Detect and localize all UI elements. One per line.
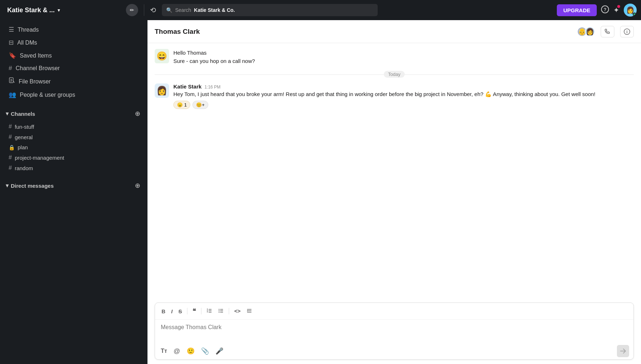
add-dm-button[interactable]: ⊕ — [133, 181, 142, 190]
sidebar-item-label: All DMs — [17, 40, 37, 46]
katie-avatar: 👩 — [155, 83, 169, 98]
message-avatar: 😄 — [155, 49, 169, 63]
channel-name: random — [15, 165, 33, 171]
message-item-katie: 👩 Katie Stark 1:16 PM Hey Tom, I just he… — [155, 83, 634, 109]
channels-chevron-icon: ▾ — [6, 110, 9, 117]
reaction-angry[interactable]: 😠 1 — [173, 101, 190, 109]
message-input[interactable] — [155, 320, 633, 341]
ordered-list-button[interactable]: 123 — [204, 306, 214, 316]
search-icon: 🔍 — [166, 7, 172, 13]
sidebar-item-people[interactable]: 👥 People & user groups — [3, 88, 145, 101]
messages-list: 😄 Hello Thomas Sure - can you hop on a c… — [147, 43, 641, 298]
people-icon: 👥 — [9, 91, 16, 99]
search-prefix: Search — [175, 7, 191, 13]
sidebar-nav: ☰ Threads ⊟ All DMs 🔖 Saved Items # Chan… — [0, 20, 147, 104]
search-company: Katie Stark & Co. — [194, 7, 235, 13]
channel-lock-icon: 🔒 — [9, 145, 15, 150]
dm-chevron-icon: ▾ — [6, 182, 9, 189]
workspace-name: Katie Stark & ... — [7, 6, 55, 14]
message-text-2: Sure - can you hop on a call now? — [173, 57, 634, 65]
dm-section: ▾ Direct messages ⊕ — [0, 176, 147, 196]
channel-hash-icon: # — [9, 123, 12, 130]
quote-button[interactable]: ❝ — [190, 306, 198, 317]
channel-item-general[interactable]: # general — [6, 132, 142, 142]
channel-name: general — [15, 134, 33, 140]
info-button[interactable] — [620, 26, 634, 37]
add-channel-button[interactable]: ⊕ — [133, 109, 142, 118]
reactions: 😠 1 😊+ — [173, 101, 634, 109]
sidebar-item-alldms[interactable]: ⊟ All DMs — [3, 36, 145, 49]
svg-text:3: 3 — [207, 311, 208, 313]
katie-message-content: Katie Stark 1:16 PM Hey Tom, I just hear… — [173, 83, 634, 109]
chat-header-right: 👴 👩 — [577, 26, 634, 37]
history-icon[interactable]: ⟲ — [147, 3, 159, 17]
message-time: 1:16 PM — [204, 85, 221, 90]
message-text-1: Hello Thomas — [173, 49, 634, 57]
svg-rect-2 — [9, 78, 13, 83]
member-avatar-2[interactable]: 👩 — [585, 27, 595, 37]
sidebar-item-channel-browser[interactable]: # Channel Browser — [3, 62, 145, 74]
italic-button[interactable]: I — [169, 307, 175, 316]
channels-header-left: ▾ Channels — [6, 110, 35, 117]
edit-workspace-button[interactable]: ✏ — [126, 4, 138, 16]
svg-point-19 — [219, 310, 219, 311]
channel-item-plan[interactable]: 🔒 plan — [6, 142, 142, 152]
channel-name: project-management — [15, 155, 64, 161]
emoji-button[interactable]: 🙂 — [185, 346, 196, 356]
date-divider: Today — [155, 71, 634, 78]
sidebar-item-label: People & user groups — [20, 92, 75, 98]
channel-item-fun-stuff[interactable]: # fun-stuff — [6, 122, 142, 132]
sidebar-item-file-browser[interactable]: File Browser — [3, 75, 145, 88]
strikethrough-button[interactable]: S — [176, 307, 184, 316]
message-text: Hey Tom, I just heard that you broke you… — [173, 90, 634, 99]
message-content: Hello Thomas Sure - can you hop on a cal… — [173, 49, 634, 65]
sidebar-item-label: Threads — [18, 27, 39, 33]
svg-point-8 — [627, 30, 627, 31]
mention-button[interactable]: @ — [172, 346, 182, 356]
dm-header-left: ▾ Direct messages — [6, 182, 54, 189]
svg-point-20 — [219, 311, 219, 312]
sidebar-item-threads[interactable]: ☰ Threads — [3, 23, 145, 36]
channels-section-label: Channels — [11, 111, 35, 117]
channel-hash-icon: # — [9, 165, 12, 171]
attachment-button[interactable]: 📎 — [200, 346, 210, 356]
upgrade-button[interactable]: UPGRADE — [557, 4, 597, 16]
dm-section-header[interactable]: ▾ Direct messages ⊕ — [6, 179, 142, 192]
workspace-chevron-icon: ▾ — [58, 7, 60, 13]
member-avatars[interactable]: 👴 👩 — [577, 27, 595, 37]
chat-title: Thomas Clark — [155, 28, 200, 36]
bold-button[interactable]: B — [159, 307, 168, 316]
add-reaction-button[interactable]: 😊+ — [192, 101, 208, 109]
unordered-list-button[interactable] — [216, 306, 226, 316]
chat-area: Thomas Clark 👴 👩 😄 Hello Thoma — [147, 20, 641, 364]
indent-button[interactable] — [244, 306, 254, 316]
main-content: ☰ Threads ⊟ All DMs 🔖 Saved Items # Chan… — [0, 20, 641, 364]
channel-item-random[interactable]: # random — [6, 163, 142, 173]
dm-section-label: Direct messages — [11, 183, 54, 189]
send-button[interactable] — [617, 345, 629, 357]
channel-name: fun-stuff — [15, 124, 34, 130]
channel-browser-icon: # — [9, 65, 12, 72]
call-button[interactable] — [601, 26, 614, 37]
audio-button[interactable]: 🎤 — [214, 346, 225, 356]
code-button[interactable]: <> — [232, 306, 243, 316]
add-emoji-icon: 😊+ — [196, 102, 205, 108]
topbar: Katie Stark & ... ▾ ✏ ⟲ 🔍 Search Katie S… — [0, 0, 641, 20]
channels-section-header[interactable]: ▾ Channels ⊕ — [6, 107, 142, 120]
channel-item-project-management[interactable]: # project-management — [6, 153, 142, 163]
help-icon[interactable]: ? — [601, 5, 609, 15]
text-format-button[interactable]: Tт — [159, 346, 169, 356]
channels-section: ▾ Channels ⊕ # fun-stuff # general 🔒 pla… — [0, 104, 147, 176]
user-avatar[interactable]: 👩 — [624, 4, 637, 17]
search-bar[interactable]: 🔍 Search Katie Stark & Co. — [162, 4, 378, 16]
composer-bottom-bar: Tт @ 🙂 📎 🎤 — [155, 343, 633, 359]
date-text: Today — [384, 71, 405, 78]
message-item: 😄 Hello Thomas Sure - can you hop on a c… — [155, 49, 634, 65]
notification-icon[interactable]: ✦ — [613, 6, 619, 14]
threads-icon: ☰ — [9, 26, 14, 33]
sidebar-item-label: File Browser — [19, 78, 51, 85]
saved-icon: 🔖 — [9, 52, 16, 59]
workspace-selector[interactable]: Katie Stark & ... ▾ ✏ — [4, 4, 141, 16]
sidebar-item-saved[interactable]: 🔖 Saved Items — [3, 49, 145, 62]
channel-hash-icon: # — [9, 154, 12, 161]
